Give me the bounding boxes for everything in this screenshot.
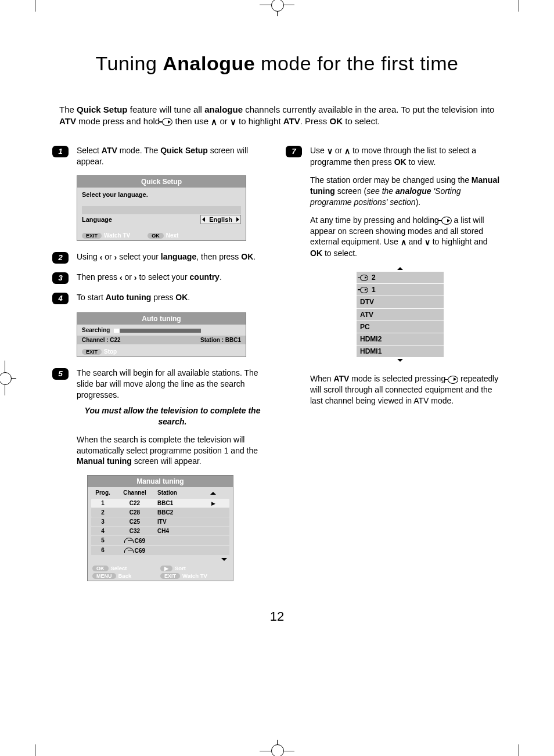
- list-item: HDMI1: [357, 345, 444, 357]
- osd-station: Station : BBC1: [200, 337, 241, 343]
- osd-title: Manual tuning: [88, 476, 233, 487]
- osd-language-value: English: [200, 215, 241, 224]
- osd-language-label: Language: [82, 216, 112, 223]
- down-icon: [425, 237, 430, 248]
- input-source-icon: [360, 275, 368, 281]
- up-icon: [401, 237, 406, 248]
- input-source-icon: [162, 118, 172, 126]
- osd-title: Auto tuning: [77, 313, 246, 325]
- scroll-down-icon: [397, 359, 403, 362]
- list-item: 1: [357, 284, 444, 296]
- list-item: PC: [357, 321, 444, 333]
- scroll-up-icon: [210, 492, 216, 495]
- list-item: DTV: [357, 296, 444, 308]
- table-row: 3C25ITV: [91, 517, 229, 526]
- input-source-icon: [441, 217, 452, 225]
- step-7: 7 Use or to move through the list to sel…: [286, 145, 502, 413]
- col-channel: Channel: [114, 488, 155, 497]
- step-5: 5 The search will begin for all availabl…: [52, 368, 268, 467]
- osd-manual-tuning: Manual tuning Prog. Channel Station 1C22…: [87, 475, 233, 581]
- scroll-down-icon: [221, 558, 227, 561]
- progress-bar: [114, 329, 201, 333]
- step-3: 3 Then press or to select your country.: [52, 272, 268, 284]
- page-title: Tuning Analogue mode for the first time: [52, 52, 502, 75]
- step-badge: 3: [52, 272, 69, 284]
- table-row: 1C22BBC1▶: [91, 499, 229, 507]
- table-row: 4C32CH4: [91, 527, 229, 535]
- step-badge: 5: [52, 368, 69, 380]
- list-item: ATV: [357, 309, 444, 321]
- down-icon: [327, 146, 333, 157]
- scramble-icon: [124, 537, 132, 543]
- step-badge: 1: [52, 146, 69, 157]
- list-item: 2: [357, 272, 444, 283]
- osd-auto-tuning: Auto tuning Searching Channel : C22 Stat…: [77, 312, 246, 357]
- osd-message: Select your language.: [82, 191, 241, 198]
- step-badge: 4: [52, 293, 69, 304]
- osd-quick-setup: Quick Setup Select your language. Langua…: [77, 175, 246, 241]
- scramble-icon: [124, 547, 132, 553]
- osd-channel: Channel : C22: [82, 337, 121, 343]
- input-source-icon: [448, 376, 458, 384]
- step-4: 4 To start Auto tuning press OK.: [52, 292, 268, 304]
- table-row: 6C69: [91, 546, 229, 555]
- table-row: 5C69: [91, 536, 229, 545]
- intro-paragraph: The Quick Setup feature will tune all an…: [59, 104, 502, 128]
- up-icon: [344, 146, 350, 157]
- input-source-icon: [360, 287, 368, 293]
- step-1: 1 Select ATV mode. The Quick Setup scree…: [52, 145, 268, 167]
- table-row: 2C28BBC2: [91, 508, 229, 517]
- step-emphasis: You must allow the television to complet…: [77, 405, 268, 427]
- step-2: 2 Using or select your language, then pr…: [52, 251, 268, 264]
- page-number: 12: [52, 609, 502, 624]
- down-icon: [230, 116, 236, 128]
- col-station: Station: [155, 488, 207, 497]
- up-icon: [211, 116, 217, 128]
- list-item: HDMI2: [357, 333, 444, 345]
- col-prog: Prog.: [91, 488, 114, 497]
- osd-title: Quick Setup: [77, 176, 246, 188]
- scroll-up-icon: [397, 267, 403, 270]
- osd-searching-label: Searching: [82, 327, 110, 333]
- step-badge: 2: [52, 252, 69, 264]
- step-badge: 7: [286, 146, 302, 157]
- input-source-list: 21DTVATVPCHDMI2HDMI1: [357, 266, 444, 363]
